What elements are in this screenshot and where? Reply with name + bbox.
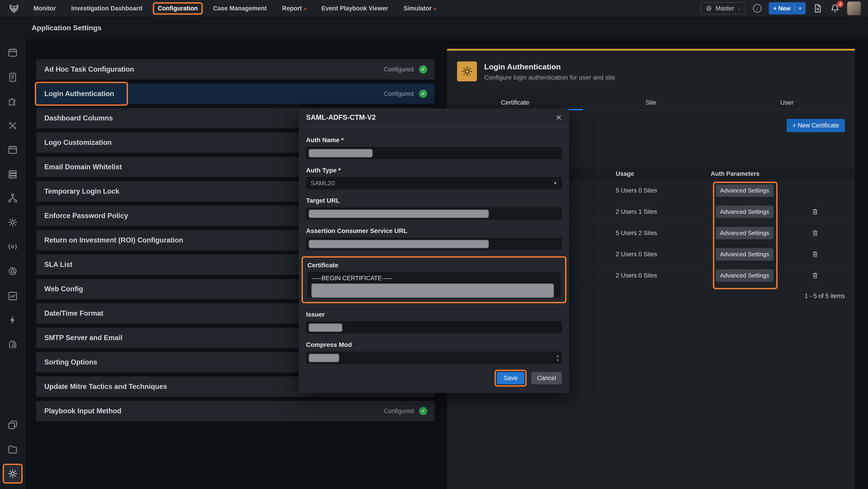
chevron-down-icon: ▾ [799, 6, 801, 11]
new-button[interactable]: + New ▾ [769, 2, 806, 14]
delete-trash-icon[interactable] [811, 271, 819, 280]
delete-trash-icon[interactable] [811, 208, 819, 216]
redacted-value [309, 324, 342, 332]
auth-name-field[interactable] [306, 147, 562, 159]
user-avatar[interactable] [847, 2, 861, 15]
modal-footer: Save Cancel [299, 364, 569, 388]
save-button[interactable]: Save [497, 372, 524, 384]
settings-row-label: Web Config [44, 285, 83, 293]
globe-icon [706, 5, 712, 12]
fingerprint-icon[interactable] [7, 339, 18, 350]
settings-row-label: Dashboard Columns [44, 114, 113, 122]
acs-url-label: Assertion Consumer Service URL [306, 227, 562, 234]
nav-item-configuration[interactable]: Configuration [153, 2, 203, 15]
advanced-settings-button[interactable]: Advanced Settings [716, 248, 774, 261]
tab-certificate[interactable]: Certificate [447, 96, 583, 110]
number-stepper[interactable]: ▲▼ [556, 353, 559, 362]
delete-trash-icon[interactable] [811, 250, 819, 258]
notifications-bell[interactable]: 4 [830, 3, 840, 13]
issuer-field[interactable] [306, 321, 562, 333]
cancel-button[interactable]: Cancel [531, 372, 562, 384]
advanced-settings-button[interactable]: Advanced Settings [716, 206, 774, 218]
advanced-settings-button[interactable]: Advanced Settings [716, 269, 774, 282]
nav-item-report-label: Report [282, 5, 302, 12]
settings-row-label: Enforce Password Policy [44, 212, 128, 220]
auth-type-select[interactable]: SAML20 ▼ [306, 177, 562, 189]
acs-url-field[interactable] [306, 238, 562, 250]
nav-item-simulator[interactable]: Simulator▾ [403, 5, 436, 12]
panel-gear-icon [457, 62, 477, 82]
connectors-network-icon[interactable] [7, 193, 18, 203]
panel-header: Login Authentication Configure login aut… [457, 62, 845, 82]
stepper-up-icon[interactable]: ▲ [556, 353, 559, 358]
compress-mod-field[interactable]: ▲▼ [306, 352, 562, 364]
cases-copy-icon[interactable] [7, 419, 18, 430]
data-stack-icon[interactable] [7, 169, 18, 180]
delete-trash-icon[interactable] [811, 229, 819, 237]
actions-bolt-icon[interactable] [7, 315, 18, 325]
schedule-icon[interactable] [7, 47, 18, 58]
usage-donut-icon[interactable] [7, 266, 18, 276]
nav-item-investigation-dashboard[interactable]: Investigation Dashboard [71, 5, 143, 12]
tab-site[interactable]: Site [583, 96, 719, 110]
settings-gear-icon[interactable] [7, 217, 18, 228]
close-icon[interactable]: ✕ [556, 114, 562, 121]
calendar-icon[interactable] [7, 144, 18, 155]
tools-icon[interactable] [7, 120, 18, 131]
app-logo-owl-icon[interactable] [7, 2, 21, 14]
panel-title: Login Authentication [484, 62, 615, 71]
annotation-box-save: Save [495, 370, 527, 387]
main-menu: Monitor Investigation Dashboard Configur… [33, 5, 436, 12]
auth-name-label: Auth Name * [306, 136, 562, 144]
nav-item-monitor[interactable]: Monitor [33, 5, 56, 12]
scan-chart-icon[interactable] [7, 291, 18, 301]
settings-row-label: Logo Customization [44, 138, 112, 146]
settings-row-playbook-input-method[interactable]: Playbook Input Method Configured ✓ [36, 401, 434, 421]
redacted-value [309, 149, 373, 157]
nav-item-simulator-label: Simulator [403, 5, 432, 12]
advanced-settings-button[interactable]: Advanced Settings [716, 185, 774, 197]
settings-row-login-authentication[interactable]: Login Authentication Configured ✓ [36, 84, 434, 104]
page-header: Application Settings [0, 17, 868, 39]
certificate-textarea[interactable]: -----BEGIN CERTIFICATE----- [307, 272, 561, 298]
integrations-puzzle-icon[interactable] [7, 96, 18, 107]
redacted-certificate-content [311, 284, 554, 298]
app-settings-gear-icon[interactable] [4, 465, 21, 482]
settings-row-label: SMTP Server and Email [44, 334, 123, 342]
info-icon[interactable]: i [753, 4, 762, 13]
modal-title: SAML-ADFS-CTM-V2 [306, 113, 376, 122]
modal-header: SAML-ADFS-CTM-V2 ✕ [299, 108, 569, 127]
settings-row-ad-hoc-task-configuration[interactable]: Ad Hoc Task Configuration Configured ✓ [36, 59, 434, 79]
status-text: Configured [384, 66, 414, 73]
target-url-label: Target URL [306, 197, 562, 204]
target-url-field[interactable] [306, 207, 562, 220]
stepper-down-icon[interactable]: ▼ [556, 358, 559, 362]
nav-item-event-playbook-viewer[interactable]: Event Playbook Viewer [321, 5, 388, 12]
settings-row-label: Temporary Login Lock [44, 187, 119, 195]
tab-user[interactable]: User [719, 96, 855, 110]
certificate-edit-modal: SAML-ADFS-CTM-V2 ✕ Auth Name * Auth Type… [299, 108, 569, 393]
issuer-label: Issuer [306, 311, 562, 318]
usage-cell: 5 Users 0 Sites [616, 187, 711, 194]
settings-row-label: Playbook Input Method [44, 407, 121, 415]
redacted-value [309, 240, 489, 248]
settings-row-label: Sorting Options [44, 358, 97, 366]
auth-type-value: SAML20 [311, 180, 335, 187]
files-folder-icon[interactable] [7, 444, 18, 455]
settings-row-label: Login Authentication [44, 90, 114, 98]
column-usage: Usage [616, 170, 711, 177]
environment-selector[interactable]: Master ⌄ [701, 2, 746, 14]
auth-type-label: Auth Type * [306, 167, 562, 174]
usage-cell: 2 Users 0 Sites [616, 272, 711, 279]
nav-item-case-management[interactable]: Case Management [213, 5, 267, 12]
status-text: Configured [384, 408, 414, 415]
report-document-icon[interactable] [813, 3, 823, 13]
certificate-label: Certificate [307, 262, 561, 269]
report-icon[interactable] [7, 72, 18, 83]
top-navigation-bar: Monitor Investigation Dashboard Configur… [0, 0, 868, 17]
usage-cell: 2 Users 1 Sites [616, 208, 711, 215]
broadcast-icon[interactable] [7, 241, 18, 252]
nav-item-report[interactable]: Report▾ [282, 5, 306, 12]
new-certificate-button[interactable]: + New Certificate [786, 119, 845, 132]
advanced-settings-button[interactable]: Advanced Settings [716, 227, 774, 239]
